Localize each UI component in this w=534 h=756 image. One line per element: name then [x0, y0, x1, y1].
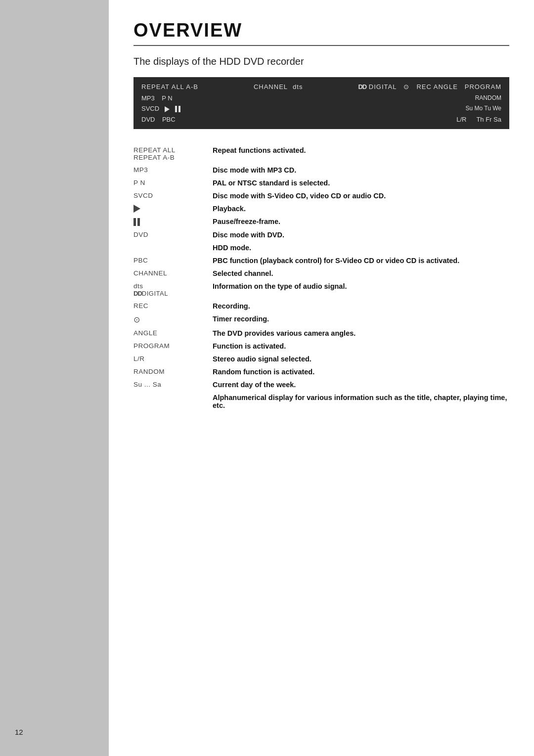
term-cell	[134, 241, 213, 254]
panel-right-area: DD DIGITAL ⊙ REC ANGLE PROGRAM	[358, 82, 501, 92]
panel-lr-thfrsa: L/R Th Fr Sa	[456, 115, 501, 125]
term-cell	[134, 202, 213, 215]
main-content: OVERVIEW The displays of the HDD DVD rec…	[109, 0, 534, 756]
panel-dd-digital: DD DIGITAL	[358, 82, 397, 92]
term-cell: ANGLE	[134, 327, 213, 340]
definition-cell: Current day of the week.	[213, 378, 509, 391]
panel-lr: L/R	[456, 115, 466, 125]
definition-cell: Repeat functions activated.	[213, 144, 509, 164]
play-icon	[165, 106, 170, 112]
pause-icon	[175, 106, 180, 112]
panel-dts: dts	[293, 82, 303, 92]
panel-dvd: DVD	[141, 116, 155, 123]
sidebar: 12	[0, 0, 109, 756]
page-number: 12	[15, 728, 23, 736]
term-cell: P N	[134, 177, 213, 189]
definition-cell: Disc mode with S-Video CD, video CD or a…	[213, 189, 509, 202]
panel-th-fr-sa: Th Fr Sa	[476, 115, 501, 125]
dts-label: dts	[134, 282, 143, 290]
play-triangle-icon	[134, 205, 140, 213]
page-title: OVERVIEW	[134, 20, 509, 46]
definition-cell: Disc mode with DVD.	[213, 228, 509, 241]
panel-svcd: SVCD	[141, 105, 159, 112]
term-text: DVD	[134, 231, 148, 238]
term-cell: PBC	[134, 254, 213, 267]
table-row: HDD mode.	[134, 241, 509, 254]
term-text: Su ... Sa	[134, 381, 161, 388]
term-text: L/R	[134, 355, 145, 362]
definition-cell: Timer recording.	[213, 312, 509, 327]
term-cell: L/R	[134, 353, 213, 365]
description-table: REPEAT ALLREPEAT A-BRepeat functions act…	[134, 144, 509, 412]
definition-cell: Random function is activated.	[213, 365, 509, 378]
pause-bars-icon	[134, 218, 140, 226]
term-cell	[134, 391, 213, 412]
definition-cell: Recording.	[213, 300, 509, 312]
table-row: PBCPBC function (playback control) for S…	[134, 254, 509, 267]
term-cell: dtsDDDIGITAL	[134, 280, 213, 300]
panel-mp3-pn: MP3 P N	[141, 93, 173, 103]
table-row: MP3Disc mode with MP3 CD.	[134, 164, 509, 177]
panel-random: RANDOM	[475, 93, 501, 103]
term-cell: REPEAT ALLREPEAT A-B	[134, 144, 213, 164]
table-row: P NPAL or NTSC standard is selected.	[134, 177, 509, 189]
panel-repeat-all: REPEAT ALL A-B	[141, 82, 198, 92]
term-text: RANDOM	[134, 368, 165, 375]
table-row: RECRecording.	[134, 300, 509, 312]
definition-cell: Selected channel.	[213, 267, 509, 280]
table-row: RANDOMRandom function is activated.	[134, 365, 509, 378]
panel-su-mo-tu-we: Su Mo Tu We	[466, 104, 501, 114]
timer-circle-icon: ⊙	[134, 315, 140, 324]
table-row: ANGLEThe DVD provides various camera ang…	[134, 327, 509, 340]
table-row: Pause/freeze-frame.	[134, 215, 509, 228]
term-cell: CHANNEL	[134, 267, 213, 280]
digital-label: DIGITAL	[142, 290, 168, 297]
display-panel: REPEAT ALL A-B CHANNEL dts DD DIGITAL ⊙ …	[134, 77, 509, 129]
term-cell	[134, 215, 213, 228]
table-row: REPEAT ALLREPEAT A-BRepeat functions act…	[134, 144, 509, 164]
definition-cell: HDD mode.	[213, 241, 509, 254]
panel-rec-angle: REC ANGLE	[416, 82, 457, 92]
definition-cell: Information on the type of audio signal.	[213, 280, 509, 300]
term-text: MP3	[134, 166, 148, 174]
term-text: SVCD	[134, 192, 153, 199]
table-row: PROGRAMFunction is activated.	[134, 340, 509, 353]
term-cell: ⊙	[134, 312, 213, 327]
term-text: P N	[134, 179, 145, 186]
definition-cell: Stereo audio signal selected.	[213, 353, 509, 365]
definition-cell: The DVD provides various camera angles.	[213, 327, 509, 340]
definition-cell: PAL or NTSC standard is selected.	[213, 177, 509, 189]
definition-cell: PBC function (playback control) for S-Vi…	[213, 254, 509, 267]
panel-program: PROGRAM	[465, 82, 501, 92]
table-row: Su ... SaCurrent day of the week.	[134, 378, 509, 391]
term-text: REPEAT ALL	[134, 146, 176, 154]
term-cell: RANDOM	[134, 365, 213, 378]
term-cell: PROGRAM	[134, 340, 213, 353]
panel-channel-area: CHANNEL dts	[254, 82, 303, 92]
term-text: CHANNEL	[134, 269, 167, 277]
term-cell: MP3	[134, 164, 213, 177]
term-cell: SVCD	[134, 189, 213, 202]
panel-pbc: PBC	[162, 116, 176, 123]
term-cell: DVD	[134, 228, 213, 241]
panel-pn: P N	[162, 94, 172, 102]
panel-top-row: REPEAT ALL A-B CHANNEL dts DD DIGITAL ⊙ …	[141, 82, 501, 92]
table-row: ⊙Timer recording.	[134, 312, 509, 327]
panel-bot-row2: DVD PBC L/R Th Fr Sa	[141, 115, 501, 125]
term-text: PBC	[134, 257, 148, 264]
subtitle: The displays of the HDD DVD recorder	[134, 56, 509, 67]
term-text: ANGLE	[134, 329, 157, 337]
definition-cell: Playback.	[213, 202, 509, 215]
table-row: Alphanumerical display for various infor…	[134, 391, 509, 412]
definition-cell: Pause/freeze-frame.	[213, 215, 509, 228]
definition-cell: Alphanumerical display for various infor…	[213, 391, 509, 412]
panel-mp3: MP3	[141, 94, 155, 102]
panel-circle: ⊙	[403, 82, 409, 92]
panel-dvd-pbc: DVD PBC	[141, 115, 176, 125]
table-row: CHANNELSelected channel.	[134, 267, 509, 280]
panel-channel: CHANNEL	[254, 82, 288, 92]
term-text: PROGRAM	[134, 342, 170, 350]
term-cell: REC	[134, 300, 213, 312]
table-row: L/RStereo audio signal selected.	[134, 353, 509, 365]
panel-mid-row: MP3 P N RANDOM	[141, 93, 501, 103]
